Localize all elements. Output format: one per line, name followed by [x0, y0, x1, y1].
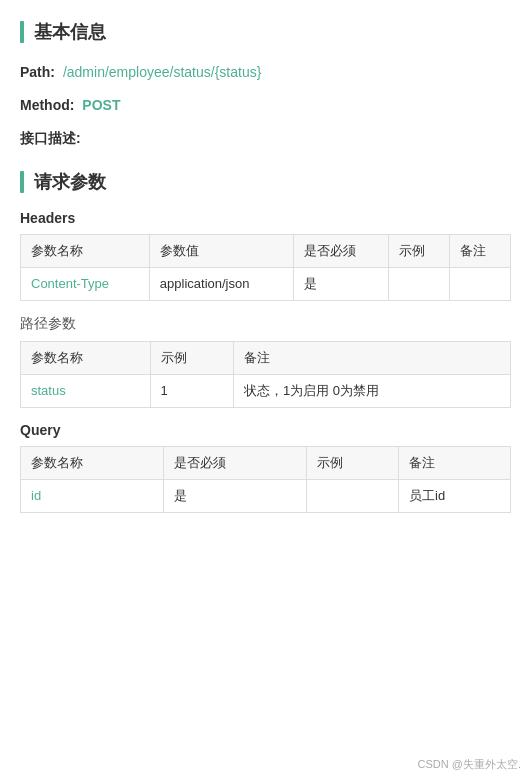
cell-example	[307, 479, 399, 512]
cell-example	[388, 267, 449, 300]
table-row: id 是 员工id	[21, 479, 511, 512]
request-params-title-bar	[20, 171, 24, 193]
cell-name: id	[21, 479, 164, 512]
headers-col-example: 示例	[388, 234, 449, 267]
cell-name: Content-Type	[21, 267, 150, 300]
path-col-remark: 备注	[233, 341, 510, 374]
basic-info-section-header: 基本信息	[20, 20, 511, 44]
path-col-example: 示例	[150, 341, 233, 374]
path-col-name: 参数名称	[21, 341, 151, 374]
table-row: Content-Type application/json 是	[21, 267, 511, 300]
cell-remark: 状态，1为启用 0为禁用	[233, 374, 510, 407]
query-col-name: 参数名称	[21, 446, 164, 479]
path-params-title: 路径参数	[20, 315, 511, 333]
path-value: /admin/employee/status/{status}	[63, 64, 261, 80]
headers-col-remark: 备注	[449, 234, 510, 267]
headers-col-required: 是否必须	[293, 234, 388, 267]
query-table: 参数名称 是否必须 示例 备注 id 是 员工id	[20, 446, 511, 513]
path-params-table: 参数名称 示例 备注 status 1 状态，1为启用 0为禁用	[20, 341, 511, 408]
section-title-bar	[20, 21, 24, 43]
query-col-required: 是否必须	[164, 446, 307, 479]
method-info: Method: POST	[20, 93, 511, 118]
headers-table: 参数名称 参数值 是否必须 示例 备注 Content-Type applica…	[20, 234, 511, 301]
path-params-header-row: 参数名称 示例 备注	[21, 341, 511, 374]
path-label: Path:	[20, 64, 55, 80]
request-params-section-header: 请求参数	[20, 170, 511, 194]
headers-col-value: 参数值	[149, 234, 293, 267]
query-col-remark: 备注	[399, 446, 511, 479]
query-header-row: 参数名称 是否必须 示例 备注	[21, 446, 511, 479]
headers-table-header-row: 参数名称 参数值 是否必须 示例 备注	[21, 234, 511, 267]
method-label: Method:	[20, 97, 74, 113]
headers-title: Headers	[20, 210, 511, 226]
query-title: Query	[20, 422, 511, 438]
headers-col-name: 参数名称	[21, 234, 150, 267]
query-col-example: 示例	[307, 446, 399, 479]
cell-value: application/json	[149, 267, 293, 300]
desc-label: 接口描述:	[20, 130, 81, 146]
cell-example: 1	[150, 374, 233, 407]
cell-remark	[449, 267, 510, 300]
basic-info-title: 基本信息	[34, 20, 106, 44]
cell-name: status	[21, 374, 151, 407]
desc-info: 接口描述:	[20, 126, 511, 151]
table-row: status 1 状态，1为启用 0为禁用	[21, 374, 511, 407]
watermark: CSDN @失重外太空.	[418, 757, 521, 772]
path-info: Path: /admin/employee/status/{status}	[20, 60, 511, 85]
cell-remark: 员工id	[399, 479, 511, 512]
request-params-title: 请求参数	[34, 170, 106, 194]
cell-required: 是	[164, 479, 307, 512]
cell-required: 是	[293, 267, 388, 300]
method-value: POST	[82, 97, 120, 113]
